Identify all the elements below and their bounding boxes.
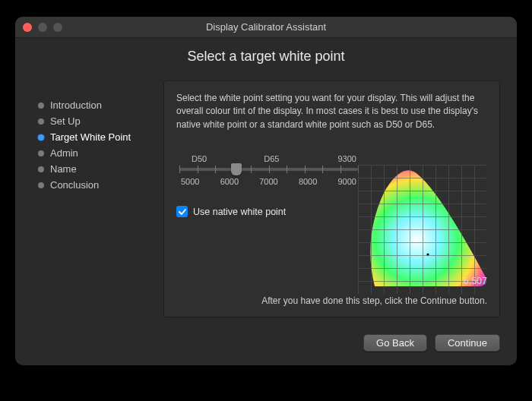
slider-label-d50: D50 (192, 154, 207, 163)
sidebar: Introduction Set Up Target White Point A… (15, 38, 163, 327)
slider-tick-6000: 6000 (220, 177, 239, 186)
panel-description: Select the white point setting you want … (176, 92, 487, 131)
sidebar-item-label: Set Up (50, 115, 81, 127)
white-point-value: 6,507 (464, 276, 487, 286)
grid-icon (358, 165, 487, 294)
step-dot-icon (38, 134, 44, 141)
content-area: Select a target white point Introduction… (15, 38, 517, 327)
sidebar-item-label: Introduction (50, 99, 102, 111)
checkbox-icon[interactable] (176, 206, 188, 217)
slider-bottom-labels: 5000 6000 7000 8000 9000 (179, 177, 358, 186)
window-title: Display Calibrator Assistant (15, 21, 517, 33)
sidebar-item-label: Target White Point (50, 131, 131, 143)
minimize-icon (38, 23, 47, 32)
titlebar: Display Calibrator Assistant (15, 17, 517, 38)
chromaticity-diagram (358, 165, 487, 294)
step-dot-icon (38, 150, 44, 156)
slider-thumb[interactable] (231, 163, 242, 175)
sidebar-item-label: Admin (50, 147, 78, 159)
zoom-icon (53, 23, 62, 32)
checkbox-label: Use native white point (193, 207, 286, 217)
sidebar-item-introduction[interactable]: Introduction (38, 97, 163, 113)
step-dot-icon (38, 103, 44, 109)
step-list: Introduction Set Up Target White Point A… (38, 97, 163, 193)
sidebar-item-name[interactable]: Name (38, 161, 163, 177)
sidebar-item-setup[interactable]: Set Up (38, 113, 163, 129)
slider-tick-8000: 8000 (299, 177, 317, 186)
sidebar-item-label: Conclusion (50, 179, 99, 191)
white-point-slider[interactable]: D50 D65 9300 (179, 154, 358, 186)
slider-track[interactable] (179, 168, 358, 171)
sidebar-item-admin[interactable]: Admin (38, 145, 163, 161)
slider-label-9300: 9300 (338, 154, 356, 163)
continue-button[interactable]: Continue (435, 334, 500, 352)
slider-tick-5000: 5000 (181, 177, 199, 186)
sidebar-item-conclusion[interactable]: Conclusion (38, 177, 163, 193)
close-icon[interactable] (23, 23, 32, 32)
sidebar-item-label: Name (50, 163, 77, 175)
step-dot-icon (38, 182, 44, 188)
go-back-button[interactable]: Go Back (363, 334, 427, 352)
sidebar-item-target-white-point[interactable]: Target White Point (38, 129, 163, 145)
slider-tick-7000: 7000 (259, 177, 277, 186)
slider-label-d65: D65 (264, 154, 279, 163)
slider-tick-9000: 9000 (338, 177, 356, 186)
main-panel: Select the white point setting you want … (163, 81, 500, 317)
app-window: Display Calibrator Assistant Select a ta… (15, 17, 517, 365)
footer-buttons: Go Back Continue (15, 327, 517, 365)
panel-footnote: After you have done this step, click the… (261, 295, 487, 306)
step-dot-icon (38, 166, 44, 172)
slider-top-labels: D50 D65 9300 (179, 154, 358, 163)
step-dot-icon (38, 118, 44, 125)
window-controls (23, 23, 62, 32)
